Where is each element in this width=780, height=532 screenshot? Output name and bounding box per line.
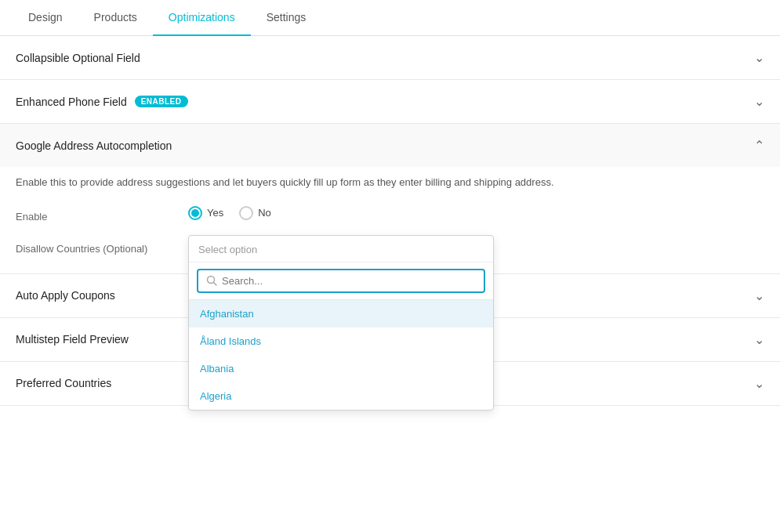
country-list: Afghanistan Åland Islands Albania Algeri… [189,300,493,410]
google-address-body: Enable this to provide address suggestio… [0,167,780,273]
search-box [189,262,493,300]
search-box-inner [197,269,485,293]
enable-no-option[interactable]: No [239,206,271,220]
top-nav: Design Products Optimizations Settings [0,0,780,36]
auto-apply-coupons-title: Auto Apply Coupons [16,289,115,302]
collapsible-optional-field-title: Collapsible Optional Field [16,52,140,64]
chevron-down-icon: ⌄ [754,50,764,65]
collapsible-optional-field-header[interactable]: Collapsible Optional Field ⌄ [0,36,780,79]
disallow-countries-row: Disallow Countries (Optional) [16,235,764,255]
chevron-down-icon: ⌄ [754,376,764,391]
collapsible-optional-field-section: Collapsible Optional Field ⌄ [0,36,780,80]
dropdown-popup: Select option [188,235,494,411]
country-item-algeria[interactable]: Algeria [189,382,493,410]
chevron-down-icon: ⌄ [754,94,764,109]
enhanced-phone-field-section: Enhanced Phone Field ENABLED ⌄ [0,80,780,124]
description-text: Enable this to provide address suggestio… [16,175,764,190]
enable-control: Yes No [188,206,764,220]
tab-products[interactable]: Products [78,0,153,36]
google-address-header[interactable]: Google Address Autocompletion ⌃ [0,124,780,167]
country-item-aland-islands[interactable]: Åland Islands [189,328,493,355]
dropdown-title: Select option [189,236,493,262]
radio-no-circle [239,206,253,220]
multistep-field-preview-title: Multistep Field Preview [16,333,129,346]
tab-design[interactable]: Design [13,0,78,36]
enable-yes-label: Yes [207,207,223,219]
svg-line-3 [214,283,217,286]
disallow-countries-label: Disallow Countries (Optional) [16,235,188,255]
app-container: Design Products Optimizations Settings C… [0,0,780,406]
chevron-down-icon: ⌄ [754,332,764,347]
google-address-title: Google Address Autocompletion [16,139,172,152]
enhanced-phone-field-header[interactable]: Enhanced Phone Field ENABLED ⌄ [0,80,780,123]
enabled-badge: ENABLED [135,96,188,107]
enable-yes-option[interactable]: Yes [188,206,223,220]
google-address-section: Google Address Autocompletion ⌃ Enable t… [0,124,780,274]
chevron-up-icon: ⌃ [754,138,764,153]
enable-field-row: Enable Yes No [16,206,764,223]
enable-label: Enable [16,206,188,223]
country-item-afghanistan[interactable]: Afghanistan [189,300,493,328]
tab-settings[interactable]: Settings [251,0,322,36]
chevron-down-icon: ⌄ [754,288,764,303]
preferred-countries-title: Preferred Countries [16,377,111,389]
tab-optimizations[interactable]: Optimizations [153,0,251,36]
country-search-input[interactable] [222,275,476,287]
search-icon [206,275,217,286]
enable-no-label: No [258,207,271,219]
radio-yes-circle [188,206,202,220]
country-item-albania[interactable]: Albania [189,355,493,382]
enhanced-phone-field-title: Enhanced Phone Field ENABLED [16,96,188,108]
main-content: Collapsible Optional Field ⌄ Enhanced Ph… [0,36,780,406]
